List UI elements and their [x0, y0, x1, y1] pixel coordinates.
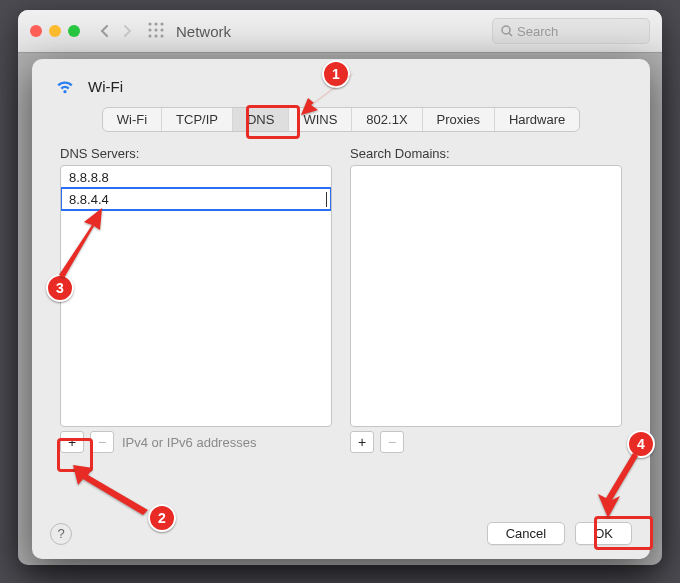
close-button[interactable]: [30, 25, 42, 37]
tab-tcpip[interactable]: TCP/IP: [162, 108, 233, 131]
svg-point-4: [155, 28, 158, 31]
svg-point-0: [149, 22, 152, 25]
search-domains-heading: Search Domains:: [350, 146, 622, 161]
minus-icon: −: [98, 435, 106, 449]
minus-icon: −: [388, 435, 396, 449]
dns-servers-column: DNS Servers: 8.8.8.8 8.8.4.4 + − IPv4 or…: [60, 146, 332, 453]
forward-button[interactable]: [118, 22, 136, 40]
tab-proxies[interactable]: Proxies: [423, 108, 495, 131]
titlebar: Network Search: [18, 10, 662, 53]
dns-servers-heading: DNS Servers:: [60, 146, 332, 161]
search-placeholder: Search: [517, 24, 558, 39]
tab-8021x[interactable]: 802.1X: [352, 108, 422, 131]
svg-point-5: [161, 28, 164, 31]
svg-point-8: [161, 34, 164, 37]
plus-icon: +: [358, 435, 366, 449]
tabbar: Wi-Fi TCP/IP DNS WINS 802.1X Proxies Har…: [102, 107, 581, 132]
dns-row-editing[interactable]: 8.8.4.4: [61, 188, 331, 210]
tab-wifi[interactable]: Wi-Fi: [103, 108, 162, 131]
domain-remove-button[interactable]: −: [380, 431, 404, 453]
dns-servers-list[interactable]: 8.8.8.8 8.8.4.4: [60, 165, 332, 427]
search-domains-column: Search Domains: + −: [350, 146, 622, 453]
svg-point-2: [161, 22, 164, 25]
svg-point-9: [502, 26, 510, 34]
tab-wins[interactable]: WINS: [289, 108, 352, 131]
tab-dns[interactable]: DNS: [233, 108, 289, 131]
wifi-advanced-sheet: Wi-Fi Wi-Fi TCP/IP DNS WINS 802.1X Proxi…: [32, 59, 650, 559]
minimize-button[interactable]: [49, 25, 61, 37]
search-field[interactable]: Search: [492, 18, 650, 44]
back-button[interactable]: [96, 22, 114, 40]
dns-row[interactable]: 8.8.8.8: [61, 166, 331, 188]
traffic-lights: [30, 25, 80, 37]
dns-remove-button[interactable]: −: [90, 431, 114, 453]
help-button[interactable]: ?: [50, 523, 72, 545]
svg-point-3: [149, 28, 152, 31]
window-title: Network: [176, 23, 231, 40]
svg-point-1: [155, 22, 158, 25]
dns-hint: IPv4 or IPv6 addresses: [122, 435, 256, 450]
cancel-button[interactable]: Cancel: [487, 522, 565, 545]
ok-button[interactable]: OK: [575, 522, 632, 545]
domain-add-button[interactable]: +: [350, 431, 374, 453]
zoom-button[interactable]: [68, 25, 80, 37]
svg-point-6: [149, 34, 152, 37]
dns-add-button[interactable]: +: [60, 431, 84, 453]
wifi-icon: [54, 75, 76, 97]
svg-point-7: [155, 34, 158, 37]
svg-line-10: [509, 33, 512, 36]
search-icon: [501, 25, 513, 37]
tab-hardware[interactable]: Hardware: [495, 108, 579, 131]
plus-icon: +: [68, 435, 76, 449]
sheet-title: Wi-Fi: [88, 78, 123, 95]
search-domains-list[interactable]: [350, 165, 622, 427]
grid-icon[interactable]: [148, 22, 164, 41]
